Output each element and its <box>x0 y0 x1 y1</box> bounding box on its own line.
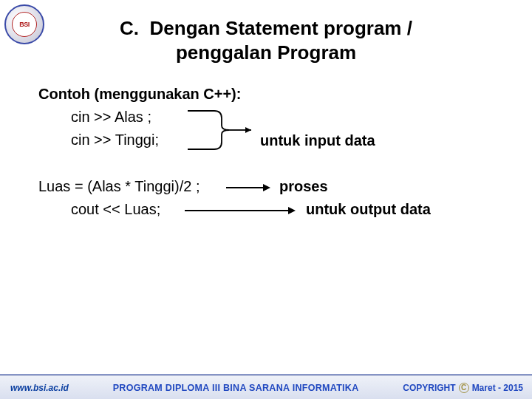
title-line2: penggalan Program <box>176 41 356 64</box>
slide-title: C. Dengan Statement program / penggalan … <box>0 0 532 64</box>
footer-bar: www.bsi.ac.id PROGRAM DIPLOMA III BINA S… <box>0 375 532 399</box>
svg-marker-3 <box>263 184 270 191</box>
slide: { "logo": { "text": "BSI" }, "title": { … <box>0 0 532 399</box>
slide-content: Contoh (menggunakan C++): cin >> Alas ; … <box>38 83 502 221</box>
title-line1: Dengan Statement program / <box>150 17 412 39</box>
annotation-process: proses <box>279 175 328 198</box>
copyright-icon: C <box>459 383 469 393</box>
arrow-icon <box>183 205 297 216</box>
footer-url: www.bsi.ac.id <box>0 383 69 393</box>
bsi-logo: BSI <box>4 4 44 44</box>
copyright-label: COPYRIGHT <box>403 383 455 393</box>
brace-icon <box>185 108 259 152</box>
title-prefix: C. <box>120 17 139 39</box>
bsi-logo-text: BSI <box>12 12 37 37</box>
arrow-icon <box>225 183 272 193</box>
process-block: Luas = (Alas * Tinggi)/2 ; proses cout <… <box>38 175 502 221</box>
footer-copyright: COPYRIGHT C Maret - 2015 <box>403 383 532 393</box>
annotation-input: untuk input data <box>260 129 375 152</box>
annotation-output: untuk output data <box>306 198 431 221</box>
svg-marker-1 <box>245 127 251 133</box>
content-subtitle: Contoh (menggunakan C++): <box>38 83 502 106</box>
code-line-1: cin >> Alas ; <box>38 106 502 129</box>
footer-program: PROGRAM DIPLOMA III BINA SARANA INFORMAT… <box>69 383 403 393</box>
copyright-date: Maret - 2015 <box>472 383 523 393</box>
svg-marker-5 <box>288 207 296 214</box>
